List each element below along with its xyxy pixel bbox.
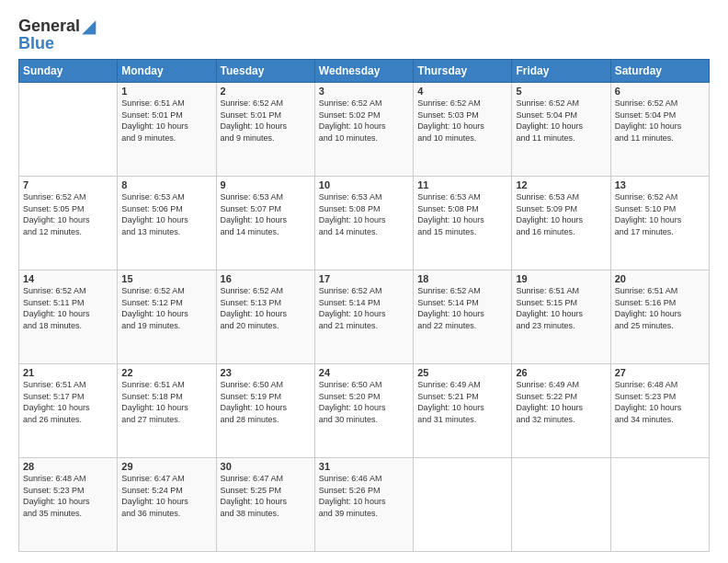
day-info: Sunrise: 6:53 AMSunset: 5:09 PMDaylight:… [516,191,606,237]
day-number: 25 [417,367,507,378]
calendar-cell: 30Sunrise: 6:47 AMSunset: 5:25 PMDayligh… [216,458,314,552]
day-number: 3 [319,86,409,97]
day-info: Sunrise: 6:52 AMSunset: 5:13 PMDaylight:… [221,285,311,331]
calendar-table: SundayMondayTuesdayWednesdayThursdayFrid… [18,59,710,552]
day-number: 2 [221,86,311,97]
day-number: 10 [319,179,409,190]
day-info: Sunrise: 6:47 AMSunset: 5:24 PMDaylight:… [121,473,211,519]
calendar-cell: 26Sunrise: 6:49 AMSunset: 5:22 PMDayligh… [512,364,610,458]
day-info: Sunrise: 6:52 AMSunset: 5:05 PMDaylight:… [23,191,113,237]
day-info: Sunrise: 6:52 AMSunset: 5:12 PMDaylight:… [121,285,211,331]
calendar-cell: 11Sunrise: 6:53 AMSunset: 5:08 PMDayligh… [414,177,512,270]
day-info: Sunrise: 6:52 AMSunset: 5:04 PMDaylight:… [615,98,705,144]
calendar-cell: 31Sunrise: 6:46 AMSunset: 5:26 PMDayligh… [314,458,413,552]
day-number: 15 [121,273,211,284]
day-info: Sunrise: 6:53 AMSunset: 5:06 PMDaylight:… [121,191,211,237]
calendar-cell: 5Sunrise: 6:52 AMSunset: 5:04 PMDaylight… [512,83,610,177]
calendar-cell: 6Sunrise: 6:52 AMSunset: 5:04 PMDaylight… [610,83,709,177]
day-info: Sunrise: 6:53 AMSunset: 5:07 PMDaylight:… [221,191,311,237]
day-number: 20 [615,273,705,284]
day-info: Sunrise: 6:51 AMSunset: 5:16 PMDaylight:… [615,285,705,331]
page-header: General ◢ Blue [18,15,710,52]
day-number: 6 [615,86,705,97]
day-info: Sunrise: 6:51 AMSunset: 5:01 PMDaylight:… [121,98,211,144]
day-info: Sunrise: 6:52 AMSunset: 5:03 PMDaylight:… [417,98,507,144]
day-number: 14 [23,273,113,284]
day-number: 30 [221,461,311,472]
day-number: 28 [23,461,113,472]
day-number: 27 [615,367,705,378]
day-number: 11 [417,179,507,190]
calendar-cell: 10Sunrise: 6:53 AMSunset: 5:08 PMDayligh… [314,177,413,270]
calendar-cell: 2Sunrise: 6:52 AMSunset: 5:01 PMDaylight… [216,83,314,177]
weekday-header: Saturday [610,60,709,83]
calendar-cell: 19Sunrise: 6:51 AMSunset: 5:15 PMDayligh… [512,270,610,364]
calendar-cell: 1Sunrise: 6:51 AMSunset: 5:01 PMDaylight… [118,83,216,177]
day-info: Sunrise: 6:48 AMSunset: 5:23 PMDaylight:… [615,379,705,425]
calendar-cell: 16Sunrise: 6:52 AMSunset: 5:13 PMDayligh… [216,270,314,364]
day-number: 9 [221,179,311,190]
day-info: Sunrise: 6:52 AMSunset: 5:11 PMDaylight:… [23,285,113,331]
day-info: Sunrise: 6:51 AMSunset: 5:18 PMDaylight:… [121,379,211,425]
day-info: Sunrise: 6:52 AMSunset: 5:10 PMDaylight:… [615,191,705,237]
day-number: 7 [23,179,113,190]
day-info: Sunrise: 6:46 AMSunset: 5:26 PMDaylight:… [319,473,409,519]
calendar-cell: 22Sunrise: 6:51 AMSunset: 5:18 PMDayligh… [118,364,216,458]
calendar-cell: 3Sunrise: 6:52 AMSunset: 5:02 PMDaylight… [314,83,413,177]
calendar-cell: 15Sunrise: 6:52 AMSunset: 5:12 PMDayligh… [118,270,216,364]
day-info: Sunrise: 6:47 AMSunset: 5:25 PMDaylight:… [221,473,311,519]
day-info: Sunrise: 6:53 AMSunset: 5:08 PMDaylight:… [417,191,507,237]
day-number: 12 [516,179,606,190]
day-number: 4 [417,86,507,97]
day-info: Sunrise: 6:50 AMSunset: 5:20 PMDaylight:… [319,379,409,425]
day-number: 23 [221,367,311,378]
day-number: 19 [516,273,606,284]
day-info: Sunrise: 6:48 AMSunset: 5:23 PMDaylight:… [23,473,113,519]
weekday-header: Wednesday [314,60,413,83]
day-number: 1 [121,86,211,97]
weekday-header: Friday [512,60,610,83]
calendar-cell: 29Sunrise: 6:47 AMSunset: 5:24 PMDayligh… [118,458,216,552]
day-number: 22 [121,367,211,378]
day-number: 18 [417,273,507,284]
calendar-cell: 18Sunrise: 6:52 AMSunset: 5:14 PMDayligh… [414,270,512,364]
day-number: 21 [23,367,113,378]
day-number: 17 [319,273,409,284]
day-info: Sunrise: 6:52 AMSunset: 5:14 PMDaylight:… [319,285,409,331]
calendar-cell: 4Sunrise: 6:52 AMSunset: 5:03 PMDaylight… [414,83,512,177]
day-number: 29 [121,461,211,472]
day-number: 26 [516,367,606,378]
day-info: Sunrise: 6:53 AMSunset: 5:08 PMDaylight:… [319,191,409,237]
day-info: Sunrise: 6:52 AMSunset: 5:02 PMDaylight:… [319,98,409,144]
calendar-cell [414,458,512,552]
day-info: Sunrise: 6:51 AMSunset: 5:15 PMDaylight:… [516,285,606,331]
day-info: Sunrise: 6:52 AMSunset: 5:04 PMDaylight:… [516,98,606,144]
day-number: 16 [221,273,311,284]
day-info: Sunrise: 6:49 AMSunset: 5:21 PMDaylight:… [417,379,507,425]
weekday-header: Monday [118,60,216,83]
day-info: Sunrise: 6:52 AMSunset: 5:14 PMDaylight:… [417,285,507,331]
calendar-cell: 9Sunrise: 6:53 AMSunset: 5:07 PMDaylight… [216,177,314,270]
weekday-header: Sunday [19,60,118,83]
calendar-cell: 13Sunrise: 6:52 AMSunset: 5:10 PMDayligh… [610,177,709,270]
calendar-cell: 14Sunrise: 6:52 AMSunset: 5:11 PMDayligh… [19,270,118,364]
day-info: Sunrise: 6:50 AMSunset: 5:19 PMDaylight:… [221,379,311,425]
calendar-cell: 25Sunrise: 6:49 AMSunset: 5:21 PMDayligh… [414,364,512,458]
calendar-cell: 12Sunrise: 6:53 AMSunset: 5:09 PMDayligh… [512,177,610,270]
day-number: 13 [615,179,705,190]
calendar-cell: 27Sunrise: 6:48 AMSunset: 5:23 PMDayligh… [610,364,709,458]
weekday-header: Tuesday [216,60,314,83]
calendar-cell: 7Sunrise: 6:52 AMSunset: 5:05 PMDaylight… [19,177,118,270]
calendar-cell: 20Sunrise: 6:51 AMSunset: 5:16 PMDayligh… [610,270,709,364]
day-number: 5 [516,86,606,97]
day-info: Sunrise: 6:51 AMSunset: 5:17 PMDaylight:… [23,379,113,425]
day-info: Sunrise: 6:49 AMSunset: 5:22 PMDaylight:… [516,379,606,425]
calendar-cell [512,458,610,552]
calendar-cell: 17Sunrise: 6:52 AMSunset: 5:14 PMDayligh… [314,270,413,364]
calendar-cell: 8Sunrise: 6:53 AMSunset: 5:06 PMDaylight… [118,177,216,270]
calendar-cell [610,458,709,552]
calendar-cell: 23Sunrise: 6:50 AMSunset: 5:19 PMDayligh… [216,364,314,458]
calendar-cell: 24Sunrise: 6:50 AMSunset: 5:20 PMDayligh… [314,364,413,458]
day-number: 31 [319,461,409,472]
calendar-cell: 21Sunrise: 6:51 AMSunset: 5:17 PMDayligh… [19,364,118,458]
